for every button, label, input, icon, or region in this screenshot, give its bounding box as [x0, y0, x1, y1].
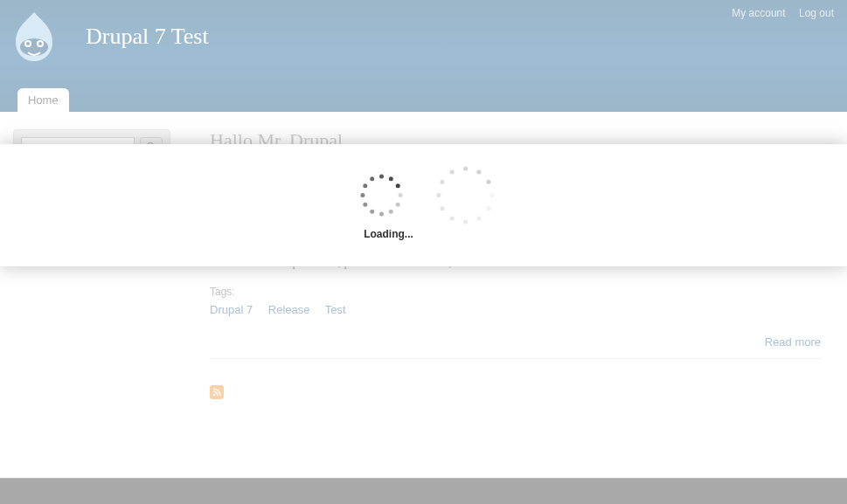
loading-text: Loading... [364, 228, 413, 240]
loading-modal: Loading... [0, 144, 847, 266]
spinner-icon [358, 170, 406, 219]
spinner-icon [441, 170, 490, 219]
